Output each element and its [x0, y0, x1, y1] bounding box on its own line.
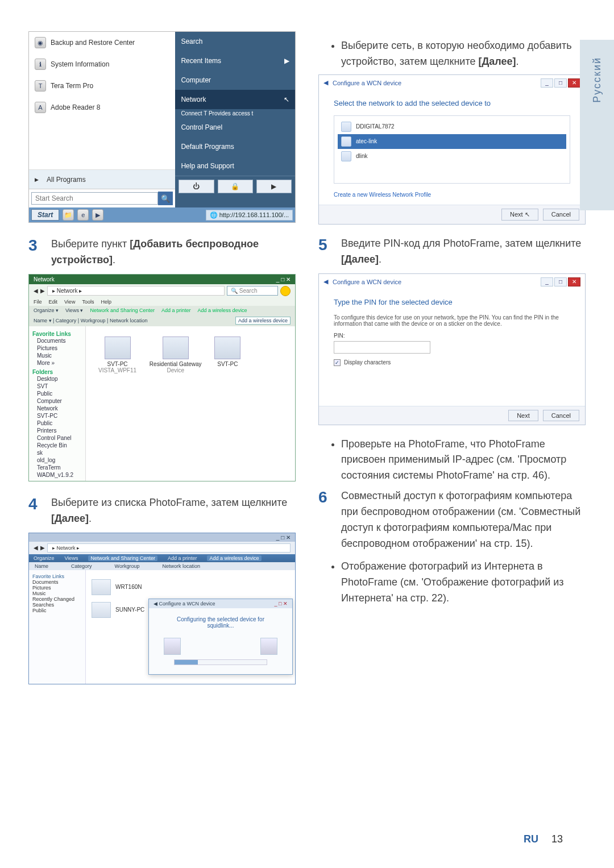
start-right-item[interactable]: Default Programs: [175, 137, 295, 156]
network-device[interactable]: Residential GatewayDevice: [150, 337, 202, 373]
side-item[interactable]: Searches: [32, 602, 82, 608]
side-item[interactable]: Printers: [32, 427, 82, 434]
start-item[interactable]: TTera Term Pro: [29, 75, 175, 97]
maximize-icon[interactable]: □: [554, 78, 567, 88]
help-icon[interactable]: [280, 286, 291, 296]
side-item[interactable]: SVT-PC: [32, 412, 82, 420]
ribbon-item[interactable]: Organize: [34, 555, 55, 561]
menu-file[interactable]: File: [34, 299, 42, 305]
toolbar-addprinter[interactable]: Add a printer: [161, 308, 191, 313]
breadcrumb[interactable]: ▸ Network ▸: [47, 543, 291, 553]
network-item-selected[interactable]: atec-link: [338, 134, 566, 149]
side-item[interactable]: Documents: [32, 337, 82, 344]
side-item[interactable]: old_log: [32, 456, 82, 464]
column-header[interactable]: Workgroup: [115, 563, 140, 569]
column-header[interactable]: Category: [71, 563, 92, 569]
start-right-item[interactable]: Control Panel: [175, 118, 295, 137]
network-device[interactable]: SVT-PC: [214, 337, 240, 367]
start-button[interactable]: Start: [31, 209, 59, 221]
window-controls[interactable]: _ □ ✕: [276, 534, 291, 541]
toolbar-organize[interactable]: Organize ▾: [34, 308, 59, 313]
start-right-item[interactable]: Help and Support: [175, 156, 295, 176]
cancel-button[interactable]: Cancel: [543, 209, 579, 221]
search-icon[interactable]: 🔍: [158, 192, 173, 205]
ribbon-item[interactable]: Add a wireless device: [207, 555, 261, 561]
side-item[interactable]: TeraTerm: [32, 464, 82, 471]
side-item[interactable]: WADM_v1.9.2: [32, 471, 82, 479]
side-item[interactable]: Music: [32, 591, 82, 596]
start-search-input[interactable]: [31, 192, 158, 205]
taskbar-ie-icon[interactable]: e: [77, 209, 89, 221]
menu-edit[interactable]: Edit: [49, 299, 58, 305]
network-device[interactable]: SUNNY-PC: [92, 602, 144, 618]
side-item[interactable]: Network: [32, 405, 82, 412]
toolbar-addwireless[interactable]: Add a wireless device: [197, 308, 247, 313]
nav-back-icon[interactable]: ◀: [34, 288, 38, 294]
start-right-item-network[interactable]: Network↖: [175, 90, 295, 109]
next-button[interactable]: Next ↖: [501, 209, 538, 221]
back-icon[interactable]: ◀: [323, 278, 328, 285]
start-item[interactable]: ◉Backup and Restore Center: [29, 32, 175, 53]
add-wireless-button[interactable]: Add a wireless device: [235, 317, 291, 325]
cancel-button[interactable]: Cancel: [543, 410, 579, 421]
pin-input[interactable]: [334, 341, 430, 354]
maximize-icon[interactable]: □: [554, 277, 567, 286]
side-item[interactable]: Public: [32, 390, 82, 397]
network-item[interactable]: DDIGITAL7872: [338, 119, 566, 134]
power-arrow[interactable]: ▶: [256, 180, 292, 193]
side-item[interactable]: Music: [32, 352, 82, 359]
column-header[interactable]: Name: [35, 563, 48, 569]
menu-tools[interactable]: Tools: [82, 299, 94, 305]
menu-help[interactable]: Help: [101, 299, 111, 305]
window-controls[interactable]: _ □ ✕: [276, 276, 291, 283]
start-right-item[interactable]: Search: [175, 32, 295, 51]
lock-button[interactable]: 🔒: [218, 180, 253, 193]
side-item[interactable]: Recycle Bin: [32, 442, 82, 449]
power-button[interactable]: ⏻: [179, 180, 214, 193]
toolbar-views[interactable]: Views ▾: [65, 308, 83, 313]
side-item[interactable]: Recently Changed: [32, 596, 82, 602]
side-item[interactable]: SVT: [32, 383, 82, 390]
ribbon-item[interactable]: Add a printer: [168, 555, 197, 561]
network-item[interactable]: dlink: [338, 149, 566, 164]
window-controls[interactable]: _ □ ✕: [275, 601, 288, 607]
all-programs[interactable]: All Programs: [29, 169, 175, 189]
minimize-icon[interactable]: _: [541, 277, 553, 286]
side-item[interactable]: Desktop: [32, 375, 82, 383]
menu-view[interactable]: View: [64, 299, 75, 305]
close-icon[interactable]: ✕: [568, 78, 580, 88]
nav-fwd-icon[interactable]: ▶: [40, 288, 45, 294]
nav-back-icon[interactable]: ◀: [34, 545, 38, 551]
taskbar-media-icon[interactable]: ▶: [92, 209, 103, 221]
start-right-item[interactable]: Computer: [175, 70, 295, 90]
toolbar-sharing[interactable]: Network and Sharing Center: [90, 308, 155, 313]
column-headers[interactable]: Name ▾ | Category | Workgroup | Network …: [34, 318, 147, 323]
column-header[interactable]: Network location: [162, 563, 200, 569]
side-item[interactable]: Public: [32, 420, 82, 427]
side-item[interactable]: More »: [32, 359, 82, 367]
display-chars-checkbox[interactable]: ✓Display characters: [334, 359, 570, 366]
start-item[interactable]: ℹSystem Information: [29, 53, 175, 75]
nav-fwd-icon[interactable]: ▶: [40, 545, 45, 551]
close-icon[interactable]: ✕: [568, 277, 580, 286]
side-item[interactable]: Computer: [32, 397, 82, 405]
side-item[interactable]: Public: [32, 608, 82, 613]
explorer-search[interactable]: 🔍 Search: [227, 286, 278, 296]
side-item[interactable]: Control Panel: [32, 434, 82, 442]
taskbar-task[interactable]: 🌐 http://192.168.111.100/...: [206, 210, 293, 221]
back-icon[interactable]: ◀: [323, 79, 328, 86]
minimize-icon[interactable]: _: [541, 78, 553, 88]
side-item[interactable]: Pictures: [32, 585, 82, 591]
ribbon-item[interactable]: Views: [65, 555, 78, 561]
network-device[interactable]: SVT-PCVISTA_WPF11: [98, 337, 136, 373]
next-button[interactable]: Next: [508, 410, 538, 421]
side-item[interactable]: Documents: [32, 579, 82, 585]
start-right-item[interactable]: Recent Items▶: [175, 51, 295, 70]
ribbon-item[interactable]: Network and Sharing Center: [88, 555, 157, 561]
side-item[interactable]: sk: [32, 449, 82, 456]
side-item[interactable]: Pictures: [32, 344, 82, 352]
start-item[interactable]: AAdobe Reader 8: [29, 97, 175, 118]
create-profile-link[interactable]: Create a new Wireless Network Profile: [334, 192, 570, 198]
network-device[interactable]: WRT160N: [92, 579, 289, 595]
breadcrumb[interactable]: ▸ Network ▸: [47, 286, 225, 296]
